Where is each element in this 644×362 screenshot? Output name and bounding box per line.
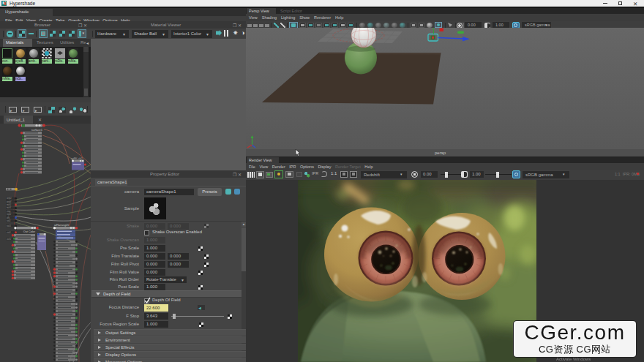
svg-text:wrpV: wrpV [7, 200, 12, 203]
svg-text:noiU: noiU [7, 225, 11, 227]
svg-text:vtxU: vtxU [7, 231, 11, 234]
svg-text:aiHairasg20: aiHairasg20 [54, 224, 69, 227]
svg-text:outU: outU [7, 238, 11, 241]
svg-text:wrpU: wrpU [7, 197, 12, 200]
svg-text:mirU: mirU [7, 203, 11, 206]
svg-text:repU: repU [7, 213, 11, 216]
svg-text:surface1: surface1 [31, 128, 43, 132]
svg-text:stag: stag [7, 210, 11, 213]
svg-text:offs: offs [7, 216, 10, 219]
svg-text:Out Color: Out Color [23, 230, 36, 233]
svg-text:mirV: mirV [7, 206, 11, 209]
svg-text:rotU: rotU [7, 219, 10, 222]
svg-text:aoMtl_ch2: aoMtl_ch2 [71, 157, 83, 160]
